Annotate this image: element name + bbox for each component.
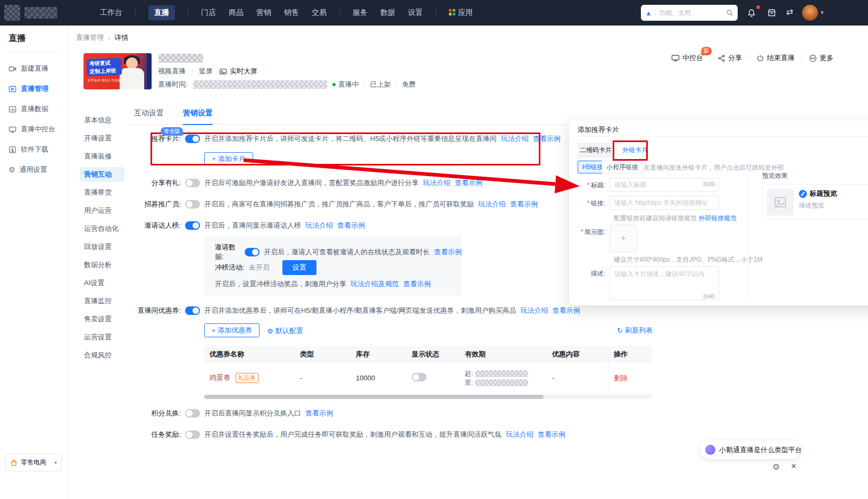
chat-settings-gear-icon[interactable]: ⚙ xyxy=(772,462,780,472)
nav-goods[interactable]: 商品 xyxy=(229,8,244,18)
switch-account-icon[interactable]: ⇄ xyxy=(786,7,793,17)
inner-menu-automation[interactable]: 运营自动化 xyxy=(80,221,124,236)
task-reward-row: 任务奖励: 开启并设置任务奖励后，用户完成任务即可获取奖励，刺激用户观看和互动，… xyxy=(128,430,565,439)
sidebar-item-live-data[interactable]: 直播数据 xyxy=(0,99,68,119)
inner-menu-ai-settings[interactable]: AI设置 xyxy=(80,276,124,290)
nav-sales[interactable]: 销售 xyxy=(284,8,299,18)
recommend-example-link[interactable]: 查看示例 xyxy=(533,134,561,144)
points-example-link[interactable]: 查看示例 xyxy=(305,409,333,418)
task-howto-link[interactable]: 玩法介绍 xyxy=(506,430,533,439)
share-gift-toggle[interactable] xyxy=(185,179,200,187)
invite-data-toggle[interactable] xyxy=(245,248,260,256)
inner-menu-user-operation[interactable]: 用户运营 xyxy=(80,203,124,218)
task-example-link[interactable]: 查看示例 xyxy=(538,430,565,439)
nav-apps[interactable]: 应用 xyxy=(449,8,473,18)
inner-menu-live-monitor[interactable]: 直播监控 xyxy=(80,294,124,309)
sidebar-item-live-manage[interactable]: 直播管理 xyxy=(0,79,68,99)
end-live-button[interactable]: 结束直播 xyxy=(756,53,795,63)
inner-menu-marketing-interact[interactable]: 营销互动 xyxy=(80,167,124,182)
invite-rank-example-link[interactable]: 查看示例 xyxy=(337,221,365,230)
sidebar-item-general-settings[interactable]: ⚙ 通用设置 xyxy=(0,160,68,180)
shop-type-selector[interactable]: 零售电商 ▾ xyxy=(5,454,62,471)
add-coupon-button[interactable]: + 添加优惠券 xyxy=(204,323,260,337)
apps-grid-icon xyxy=(449,9,455,15)
inner-menu-data-analysis[interactable]: 数据分析 xyxy=(80,257,124,272)
more-button[interactable]: 更多 xyxy=(809,53,833,63)
segment-miniprogram-link[interactable]: 小程序链接 xyxy=(602,161,643,173)
search-input[interactable] xyxy=(659,9,723,16)
coupon-content: - xyxy=(547,374,608,382)
nav-marketing[interactable]: 营销 xyxy=(256,8,271,18)
rank-activity-example-link[interactable]: 查看示例 xyxy=(403,279,431,289)
inner-menu-decoration[interactable]: 直播装修 xyxy=(80,149,124,164)
task-reward-toggle[interactable] xyxy=(185,430,200,439)
rank-activity-rule-link[interactable]: 玩法介绍及规范 xyxy=(350,279,399,289)
invite-data-example-link[interactable]: 查看示例 xyxy=(434,247,462,257)
search-icon[interactable] xyxy=(726,9,733,16)
share-gift-howto-link[interactable]: 玩法介绍 xyxy=(423,178,450,188)
invite-rank-howto-link[interactable]: 玩法介绍 xyxy=(305,221,333,230)
add-card-button[interactable]: + 添加卡片 xyxy=(204,152,253,165)
topbar: 工作台 直播 门店 商品 营销 销售 交易 服务 数据 设置 应用 ▲ ⇄ ▾ xyxy=(0,0,868,26)
recommend-howto-link[interactable]: 玩法介绍 xyxy=(501,134,529,144)
nav-store[interactable]: 门店 xyxy=(201,8,216,18)
external-link-rule-link[interactable]: 外部链接规范 xyxy=(698,214,737,222)
recruit-howto-link[interactable]: 玩法介绍 xyxy=(478,199,506,209)
user-avatar[interactable] xyxy=(802,5,818,21)
share-button[interactable]: 分享 xyxy=(717,53,742,63)
inner-menu-basic-info[interactable]: 基本信息 xyxy=(80,113,124,128)
coupon-display-toggle[interactable] xyxy=(412,373,427,381)
points-toggle[interactable] xyxy=(185,409,200,418)
scrollbar-thumb[interactable] xyxy=(204,395,544,399)
inner-menu-compliance[interactable]: 合规风控 xyxy=(80,348,124,363)
nav-settings[interactable]: 设置 xyxy=(408,8,423,18)
tab-marketing-settings[interactable]: 营销设置 xyxy=(183,105,213,124)
recommend-card-row: 推荐卡片: 开启并添加推荐卡片后，讲师可发送卡片，将二维码、H5或小程序外链等重… xyxy=(128,134,561,144)
card-link-input[interactable] xyxy=(610,196,719,210)
breadcrumb-separator-icon: › xyxy=(108,34,110,42)
chat-close-icon[interactable]: × xyxy=(791,461,797,472)
recruit-example-link[interactable]: 查看示例 xyxy=(510,199,538,209)
coupon-example-link[interactable]: 查看示例 xyxy=(552,306,580,315)
nav-data[interactable]: 数据 xyxy=(380,8,395,18)
dialog-tab-external-card[interactable]: 外链卡片 xyxy=(619,143,651,157)
preview-label: 预览效果 xyxy=(762,171,788,180)
assistant-chat-pill[interactable]: 小鹅通直播是什么类型平台 xyxy=(700,440,801,459)
share-gift-example-link[interactable]: 查看示例 xyxy=(455,178,482,188)
redacted-stream-title xyxy=(158,54,203,63)
inner-menu-live-commerce[interactable]: 直播带货 xyxy=(80,185,124,200)
table-horizontal-scrollbar xyxy=(204,395,653,399)
dialog-tab-qr-card[interactable]: 二维码卡片 xyxy=(578,143,614,157)
inner-menu-broadcast-settings[interactable]: 开播设置 xyxy=(80,131,124,146)
big-screen-link[interactable]: 实时大屏 xyxy=(219,66,257,76)
nav-trade[interactable]: 交易 xyxy=(312,8,327,18)
sidebar-item-download[interactable]: 软件下载 xyxy=(0,139,68,160)
breadcrumb-parent[interactable]: 直播管理 xyxy=(76,33,104,43)
refresh-list-link[interactable]: ↻ 刷新列表 xyxy=(617,326,653,335)
coupon-toggle[interactable] xyxy=(185,306,200,315)
invite-rank-toggle[interactable] xyxy=(185,221,200,230)
coupon-howto-link[interactable]: 玩法介绍 xyxy=(520,306,548,315)
sidebar-item-new-live[interactable]: 新建直播 xyxy=(0,59,68,79)
console-button[interactable]: 中控台 新 xyxy=(671,53,703,63)
delete-coupon-link[interactable]: 删除 xyxy=(614,373,628,383)
image-upload-box[interactable]: + xyxy=(610,224,637,252)
sidebar-item-console[interactable]: 直播中控台 xyxy=(0,119,68,139)
default-config-link[interactable]: ⚙ 默认配置 xyxy=(267,326,303,336)
recruit-toggle[interactable] xyxy=(185,200,200,209)
recommend-card-toggle[interactable] xyxy=(185,135,200,143)
nav-live[interactable]: 直播 xyxy=(148,5,175,20)
nav-workbench[interactable]: 工作台 xyxy=(100,8,122,18)
notification-bell-icon[interactable] xyxy=(747,8,756,18)
card-title-input[interactable] xyxy=(610,178,719,192)
avatar-chevron-icon[interactable]: ▾ xyxy=(821,9,824,16)
shop-icon[interactable] xyxy=(767,8,777,18)
inner-menu-operation-settings[interactable]: 运营设置 xyxy=(80,330,124,345)
inner-menu-replay-settings[interactable]: 回放设置 xyxy=(80,239,124,254)
card-desc-textarea[interactable] xyxy=(610,266,719,300)
rank-activity-setup-button[interactable]: 设置 xyxy=(282,260,316,275)
tab-interact-settings[interactable]: 互动设置 xyxy=(134,105,164,124)
inner-menu-sale-settings[interactable]: 售卖设置 xyxy=(80,312,124,327)
card-image-field: *展示图: + xyxy=(569,224,637,252)
nav-service[interactable]: 服务 xyxy=(353,8,368,18)
